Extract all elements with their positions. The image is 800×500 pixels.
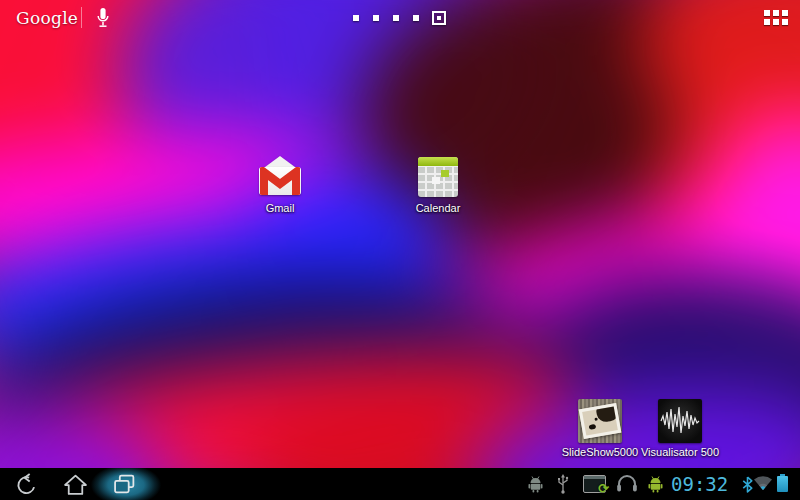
app-label: Gmail [266, 202, 295, 214]
recent-apps-button[interactable] [113, 474, 136, 499]
android-robot-green-icon[interactable] [647, 475, 664, 497]
refresh-arrows-icon: ⟳ [598, 481, 609, 496]
usb-icon[interactable] [556, 474, 570, 498]
slideshow-icon [578, 399, 622, 443]
app-shortcut-visualisator[interactable]: Visualisator 500 [635, 399, 725, 458]
app-label: Visualisator 500 [641, 446, 719, 458]
google-search-widget[interactable]: Google [16, 8, 78, 28]
app-label: SlideShow5000 [562, 446, 638, 458]
gmail-icon [258, 155, 302, 199]
all-apps-grid-icon[interactable] [764, 10, 790, 26]
battery-icon[interactable] [777, 476, 788, 492]
app-label: Calendar [416, 202, 461, 214]
microphone-icon[interactable] [95, 6, 111, 34]
headphones-icon[interactable] [616, 475, 638, 496]
status-clock[interactable]: 09:32 [671, 473, 741, 495]
app-shortcut-gmail[interactable]: Gmail [235, 155, 325, 214]
app-shortcut-calendar[interactable]: Calendar [393, 155, 483, 214]
page-dot-2[interactable] [373, 15, 379, 21]
page-dot-5-active[interactable] [432, 11, 446, 25]
calendar-icon [416, 155, 460, 199]
app-shortcut-slideshow5000[interactable]: SlideShow5000 [555, 399, 645, 458]
page-dot-4[interactable] [413, 15, 419, 21]
wifi-icon[interactable] [753, 476, 773, 495]
page-dot-3[interactable] [393, 15, 399, 21]
visualisator-icon [658, 399, 702, 443]
home-button[interactable] [63, 473, 88, 500]
back-button[interactable] [14, 473, 37, 500]
page-dot-1[interactable] [353, 15, 359, 21]
tablet-home-screen: Google Gmail [0, 0, 800, 500]
widget-divider [81, 7, 82, 28]
app-update-icon[interactable]: ⟳ [583, 475, 606, 493]
bluetooth-icon[interactable] [742, 476, 753, 497]
android-robot-grey-icon[interactable] [527, 475, 544, 497]
system-bar: ⟳ [0, 468, 800, 500]
